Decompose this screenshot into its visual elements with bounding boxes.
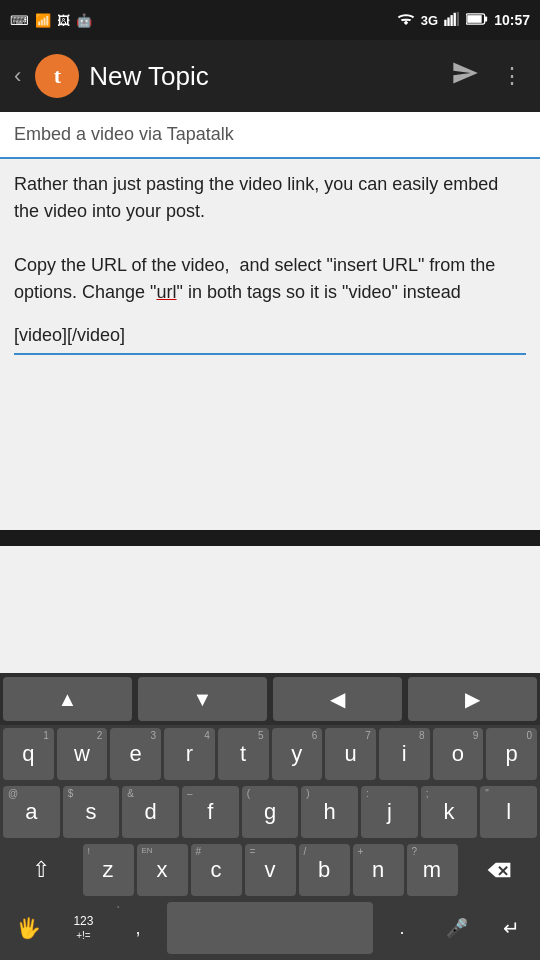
svg-rect-6 xyxy=(467,15,481,23)
send-button[interactable] xyxy=(445,53,485,100)
gesture-key[interactable]: 🖐 xyxy=(3,902,55,954)
arrow-right-key[interactable]: ▶ xyxy=(408,677,537,721)
key-o[interactable]: 9o xyxy=(433,728,484,780)
arrow-up-key[interactable]: ▲ xyxy=(3,677,132,721)
battery-icon xyxy=(466,12,488,28)
keyboard-separator xyxy=(0,530,540,546)
keyboard-row-4: 🖐 123 +!= ', . 🎤 ↵ xyxy=(0,899,540,960)
key-i[interactable]: 8i xyxy=(379,728,430,780)
back-button[interactable]: ‹ xyxy=(10,59,25,93)
app-bar: ‹ t New Topic ⋮ xyxy=(0,40,540,112)
page-title: New Topic xyxy=(89,61,435,92)
period-key[interactable]: . xyxy=(376,902,428,954)
key-z[interactable]: !z xyxy=(83,844,134,896)
body-paragraph-1: Rather than just pasting the video link,… xyxy=(14,174,498,221)
key-n[interactable]: +n xyxy=(353,844,404,896)
key-s[interactable]: $s xyxy=(63,786,120,838)
status-bar: ⌨ 📶 🖼 🤖 3G 10:57 xyxy=(0,0,540,40)
clock: 10:57 xyxy=(494,12,530,28)
arrow-down-key[interactable]: ▼ xyxy=(138,677,267,721)
keyboard-status-icon: ⌨ xyxy=(10,13,29,28)
key-m[interactable]: ?m xyxy=(407,844,458,896)
keyboard-row-2: @a $s &d –f (g )h :j ;k "l xyxy=(0,783,540,841)
signal-icon xyxy=(444,12,460,29)
key-u[interactable]: 7u xyxy=(325,728,376,780)
key-b[interactable]: /b xyxy=(299,844,350,896)
backspace-key[interactable] xyxy=(461,844,538,896)
key-h[interactable]: )h xyxy=(301,786,358,838)
key-f[interactable]: –f xyxy=(182,786,239,838)
enter-key[interactable]: ↵ xyxy=(485,902,537,954)
key-k[interactable]: ;k xyxy=(421,786,478,838)
status-icons-right: 3G 10:57 xyxy=(397,12,530,29)
key-w[interactable]: 2w xyxy=(57,728,108,780)
wifi-icon xyxy=(397,12,415,29)
content-area: Rather than just pasting the video link,… xyxy=(0,112,540,530)
svg-rect-4 xyxy=(457,12,459,26)
key-c[interactable]: #c xyxy=(191,844,242,896)
arrow-row: ▲ ▼ ◀ ▶ xyxy=(0,673,540,725)
sim-status-icon: 📶 xyxy=(35,13,51,28)
numbers-key[interactable]: 123 +!= xyxy=(58,902,110,954)
svg-rect-7 xyxy=(485,16,488,21)
key-p[interactable]: 0p xyxy=(486,728,537,780)
image-status-icon: 🖼 xyxy=(57,13,70,28)
body-paragraph-2: Copy the URL of the video, and select "i… xyxy=(14,255,495,302)
key-e[interactable]: 3e xyxy=(110,728,161,780)
status-icons-left: ⌨ 📶 🖼 🤖 xyxy=(10,13,92,28)
shift-key[interactable]: ⇧ xyxy=(3,844,80,896)
key-x[interactable]: ENx xyxy=(137,844,188,896)
key-q[interactable]: 1q xyxy=(3,728,54,780)
keyboard: ▲ ▼ ◀ ▶ 1q 2w 3e 4r 5t 6y 7u 8i 9o 0p @a… xyxy=(0,673,540,960)
more-options-button[interactable]: ⋮ xyxy=(495,57,530,95)
mic-key[interactable]: 🎤 xyxy=(431,902,483,954)
svg-rect-3 xyxy=(454,12,456,25)
key-d[interactable]: &d xyxy=(122,786,179,838)
topic-title-input[interactable] xyxy=(0,112,540,159)
key-g[interactable]: (g xyxy=(242,786,299,838)
video-tag: [video][/video] xyxy=(14,322,526,355)
comma-key[interactable]: ', xyxy=(112,902,164,954)
svg-rect-2 xyxy=(451,15,453,26)
arrow-left-key[interactable]: ◀ xyxy=(273,677,402,721)
key-j[interactable]: :j xyxy=(361,786,418,838)
key-a[interactable]: @a xyxy=(3,786,60,838)
key-y[interactable]: 6y xyxy=(272,728,323,780)
svg-rect-1 xyxy=(448,17,450,26)
key-v[interactable]: =v xyxy=(245,844,296,896)
svg-rect-0 xyxy=(444,19,446,25)
key-t[interactable]: 5t xyxy=(218,728,269,780)
app-logo: t xyxy=(35,54,79,98)
android-status-icon: 🤖 xyxy=(76,13,92,28)
keyboard-row-3: ⇧ !z ENx #c =v /b +n ?m xyxy=(0,841,540,899)
body-text: Rather than just pasting the video link,… xyxy=(0,159,540,367)
network-3g-icon: 3G xyxy=(421,13,438,28)
key-r[interactable]: 4r xyxy=(164,728,215,780)
space-key[interactable] xyxy=(167,902,373,954)
keyboard-row-1: 1q 2w 3e 4r 5t 6y 7u 8i 9o 0p xyxy=(0,725,540,783)
key-l[interactable]: "l xyxy=(480,786,537,838)
